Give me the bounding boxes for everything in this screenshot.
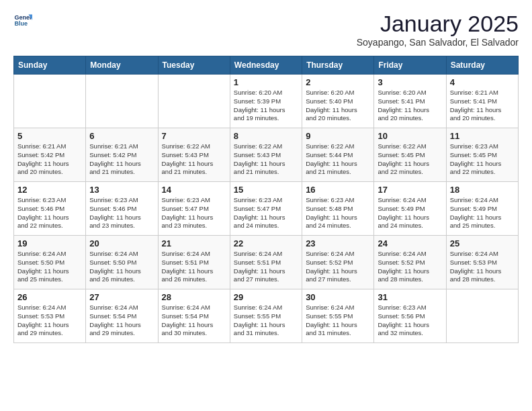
day-info: Sunrise: 6:23 AMSunset: 5:56 PMDaylight:… [378, 304, 442, 338]
calendar-cell: 2Sunrise: 6:20 AMSunset: 5:40 PMDaylight… [302, 75, 374, 128]
calendar-cell: 16Sunrise: 6:23 AMSunset: 5:48 PMDayligh… [302, 182, 374, 236]
day-info: Sunrise: 6:24 AMSunset: 5:51 PMDaylight:… [162, 250, 226, 284]
calendar-cell: 9Sunrise: 6:22 AMSunset: 5:44 PMDaylight… [302, 128, 374, 182]
week-row-2: 5Sunrise: 6:21 AMSunset: 5:42 PMDaylight… [14, 128, 519, 182]
day-info: Sunrise: 6:21 AMSunset: 5:42 PMDaylight:… [17, 142, 82, 177]
calendar-cell: 12Sunrise: 6:23 AMSunset: 5:46 PMDayligh… [14, 182, 86, 236]
calendar-cell: 8Sunrise: 6:22 AMSunset: 5:43 PMDaylight… [230, 128, 302, 182]
day-number: 12 [17, 185, 82, 195]
header-monday: Monday [86, 56, 158, 75]
day-info: Sunrise: 6:24 AMSunset: 5:55 PMDaylight:… [234, 304, 298, 338]
day-number: 25 [450, 238, 515, 248]
day-number: 22 [234, 238, 298, 248]
week-row-4: 19Sunrise: 6:24 AMSunset: 5:50 PMDayligh… [14, 236, 519, 289]
header-saturday: Saturday [446, 56, 518, 75]
calendar-cell: 14Sunrise: 6:23 AMSunset: 5:47 PMDayligh… [158, 182, 230, 236]
page: General Blue January 2025 Soyapango, San… [0, 0, 532, 411]
calendar-cell: 30Sunrise: 6:24 AMSunset: 5:55 PMDayligh… [302, 289, 374, 343]
week-row-3: 12Sunrise: 6:23 AMSunset: 5:46 PMDayligh… [14, 182, 519, 236]
calendar-cell [86, 75, 158, 128]
day-number: 23 [306, 238, 370, 248]
day-info: Sunrise: 6:24 AMSunset: 5:53 PMDaylight:… [17, 304, 82, 338]
logo-icon: General Blue [13, 11, 32, 30]
day-number: 14 [162, 185, 226, 195]
calendar-cell: 10Sunrise: 6:22 AMSunset: 5:45 PMDayligh… [374, 128, 446, 182]
day-info: Sunrise: 6:20 AMSunset: 5:39 PMDaylight:… [234, 89, 298, 123]
calendar-cell: 26Sunrise: 6:24 AMSunset: 5:53 PMDayligh… [14, 289, 86, 343]
week-row-1: 1Sunrise: 6:20 AMSunset: 5:39 PMDaylight… [14, 75, 519, 128]
day-info: Sunrise: 6:22 AMSunset: 5:43 PMDaylight:… [234, 142, 298, 177]
calendar-cell: 11Sunrise: 6:23 AMSunset: 5:45 PMDayligh… [446, 128, 518, 182]
header-sunday: Sunday [14, 56, 86, 75]
day-info: Sunrise: 6:24 AMSunset: 5:51 PMDaylight:… [234, 250, 298, 284]
day-number: 6 [89, 131, 154, 141]
day-info: Sunrise: 6:21 AMSunset: 5:42 PMDaylight:… [89, 142, 154, 177]
calendar-cell: 13Sunrise: 6:23 AMSunset: 5:46 PMDayligh… [86, 182, 158, 236]
day-number: 28 [162, 292, 226, 302]
calendar-cell: 18Sunrise: 6:24 AMSunset: 5:49 PMDayligh… [446, 182, 518, 236]
day-info: Sunrise: 6:24 AMSunset: 5:52 PMDaylight:… [378, 250, 442, 284]
day-number: 4 [450, 77, 515, 87]
calendar-cell: 3Sunrise: 6:20 AMSunset: 5:41 PMDaylight… [374, 75, 446, 128]
day-number: 2 [306, 77, 370, 87]
day-number: 27 [89, 292, 154, 302]
header: General Blue January 2025 Soyapango, San… [13, 11, 519, 48]
day-number: 8 [234, 131, 298, 141]
day-number: 13 [89, 185, 154, 195]
day-number: 30 [306, 292, 370, 302]
calendar-cell: 31Sunrise: 6:23 AMSunset: 5:56 PMDayligh… [374, 289, 446, 343]
week-row-5: 26Sunrise: 6:24 AMSunset: 5:53 PMDayligh… [14, 289, 519, 343]
calendar-cell: 7Sunrise: 6:22 AMSunset: 5:43 PMDaylight… [158, 128, 230, 182]
day-info: Sunrise: 6:20 AMSunset: 5:40 PMDaylight:… [306, 89, 370, 123]
day-number: 18 [450, 185, 515, 195]
day-info: Sunrise: 6:24 AMSunset: 5:49 PMDaylight:… [450, 196, 515, 230]
day-info: Sunrise: 6:24 AMSunset: 5:54 PMDaylight:… [162, 304, 226, 338]
calendar-cell: 15Sunrise: 6:23 AMSunset: 5:47 PMDayligh… [230, 182, 302, 236]
day-number: 31 [378, 292, 442, 302]
day-info: Sunrise: 6:24 AMSunset: 5:50 PMDaylight:… [89, 250, 154, 284]
day-number: 17 [378, 185, 442, 195]
calendar-cell [446, 289, 518, 343]
calendar-cell: 27Sunrise: 6:24 AMSunset: 5:54 PMDayligh… [86, 289, 158, 343]
day-info: Sunrise: 6:22 AMSunset: 5:43 PMDaylight:… [162, 142, 226, 177]
day-number: 1 [234, 77, 298, 87]
day-number: 21 [162, 238, 226, 248]
calendar-cell: 5Sunrise: 6:21 AMSunset: 5:42 PMDaylight… [14, 128, 86, 182]
calendar-cell: 25Sunrise: 6:24 AMSunset: 5:53 PMDayligh… [446, 236, 518, 289]
calendar-cell: 19Sunrise: 6:24 AMSunset: 5:50 PMDayligh… [14, 236, 86, 289]
day-number: 15 [234, 185, 298, 195]
day-info: Sunrise: 6:23 AMSunset: 5:48 PMDaylight:… [306, 196, 370, 230]
day-number: 16 [306, 185, 370, 195]
calendar-cell: 23Sunrise: 6:24 AMSunset: 5:52 PMDayligh… [302, 236, 374, 289]
day-number: 19 [17, 238, 82, 248]
day-info: Sunrise: 6:24 AMSunset: 5:50 PMDaylight:… [17, 250, 82, 284]
location-title: Soyapango, San Salvador, El Salvador [357, 37, 519, 48]
day-number: 26 [17, 292, 82, 302]
title-block: January 2025 Soyapango, San Salvador, El… [357, 11, 519, 48]
day-info: Sunrise: 6:23 AMSunset: 5:47 PMDaylight:… [234, 196, 298, 230]
calendar-cell [14, 75, 86, 128]
day-number: 9 [306, 131, 370, 141]
day-info: Sunrise: 6:20 AMSunset: 5:41 PMDaylight:… [378, 89, 442, 123]
calendar-cell: 1Sunrise: 6:20 AMSunset: 5:39 PMDaylight… [230, 75, 302, 128]
day-number: 24 [378, 238, 442, 248]
day-info: Sunrise: 6:24 AMSunset: 5:54 PMDaylight:… [89, 304, 154, 338]
header-friday: Friday [374, 56, 446, 75]
header-wednesday: Wednesday [230, 56, 302, 75]
day-info: Sunrise: 6:24 AMSunset: 5:53 PMDaylight:… [450, 250, 515, 284]
logo: General Blue [13, 11, 32, 30]
calendar-cell: 21Sunrise: 6:24 AMSunset: 5:51 PMDayligh… [158, 236, 230, 289]
day-info: Sunrise: 6:23 AMSunset: 5:46 PMDaylight:… [17, 196, 82, 230]
day-number: 10 [378, 131, 442, 141]
day-info: Sunrise: 6:22 AMSunset: 5:45 PMDaylight:… [378, 142, 442, 177]
calendar-table: Sunday Monday Tuesday Wednesday Thursday… [13, 56, 519, 343]
calendar-cell: 4Sunrise: 6:21 AMSunset: 5:41 PMDaylight… [446, 75, 518, 128]
day-number: 11 [450, 131, 515, 141]
calendar-cell: 22Sunrise: 6:24 AMSunset: 5:51 PMDayligh… [230, 236, 302, 289]
calendar-cell: 17Sunrise: 6:24 AMSunset: 5:49 PMDayligh… [374, 182, 446, 236]
days-header-row: Sunday Monday Tuesday Wednesday Thursday… [14, 56, 519, 75]
header-tuesday: Tuesday [158, 56, 230, 75]
day-number: 7 [162, 131, 226, 141]
calendar-cell: 20Sunrise: 6:24 AMSunset: 5:50 PMDayligh… [86, 236, 158, 289]
day-number: 29 [234, 292, 298, 302]
